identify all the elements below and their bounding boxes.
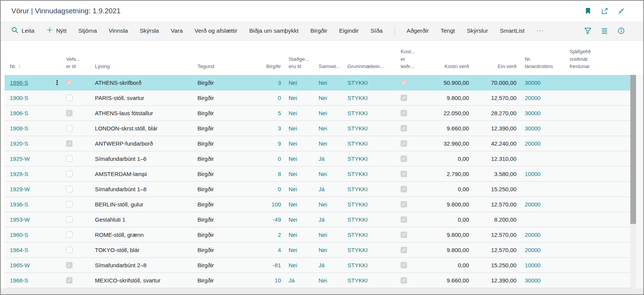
search-button[interactable]: Leita xyxy=(11,27,35,35)
cell-value[interactable]: STYKKI xyxy=(347,125,368,132)
cell-value[interactable]: 10 xyxy=(275,277,281,284)
cell-value[interactable]: -81 xyxy=(273,262,281,268)
cell-value[interactable]: 0 xyxy=(278,155,281,162)
cell-value[interactable]: Nei xyxy=(289,216,297,223)
table-row-1900-S[interactable]: 1900-SPARIS-stóll, svarturBirgðir0NeiNei… xyxy=(5,90,631,106)
cell-value[interactable]: STYKKI xyxy=(347,171,368,177)
cell-value[interactable]: 20000 xyxy=(525,201,541,208)
item-no-link[interactable]: 1906-S xyxy=(10,110,28,116)
cell-value[interactable]: Nei xyxy=(289,201,297,208)
cell-value[interactable]: STYKKI xyxy=(347,95,368,101)
item-no-link[interactable]: 1928-S xyxy=(10,171,28,177)
cell-value[interactable]: 3 xyxy=(278,125,281,132)
item-no-link[interactable]: 1965-W xyxy=(10,262,30,268)
cell-value[interactable]: STYKKI xyxy=(347,140,368,147)
cell-value[interactable]: 20000 xyxy=(525,140,541,147)
item-no-link[interactable]: 1929-W xyxy=(10,186,30,192)
item-no-link[interactable]: 1908-S xyxy=(10,125,28,132)
cell-value[interactable]: Nei xyxy=(289,79,297,86)
item-no-link[interactable]: 1920-S xyxy=(10,140,28,147)
menu-item-sk-rsla[interactable]: Skýrsla xyxy=(140,27,159,34)
menu-item-bi-ja-um-sam-ykkt[interactable]: Biðja um samþykkt xyxy=(249,27,298,34)
item-no-link[interactable]: 1925-W xyxy=(10,155,30,162)
cell-value[interactable]: 30000 xyxy=(525,110,541,116)
table-row-1960-S[interactable]: 1960-SROME-stóll, grænnBirgðir2NeiNeiSTY… xyxy=(5,227,631,243)
promoted-item-smartlist[interactable]: SmartList xyxy=(500,27,524,34)
column-header-kost[interactable]: Kost... er leiðr... xyxy=(389,48,420,75)
cell-value[interactable]: Nei xyxy=(289,171,297,177)
filter-icon[interactable] xyxy=(584,27,592,35)
cell-value[interactable]: 8 xyxy=(278,171,281,177)
table-row-1953-W[interactable]: 1953-WGestahluti 1Birgðir-49NeiJáSTYKKI0… xyxy=(5,212,631,227)
vertical-scrollbar[interactable] xyxy=(630,75,636,288)
column-header-grunnmaeliein[interactable]: Grunnmæliein... xyxy=(344,63,389,75)
column-header-birgdir[interactable]: Birgðir xyxy=(235,63,285,75)
cell-value[interactable]: STYKKI xyxy=(347,110,368,116)
item-no-link[interactable]: 1900-S xyxy=(10,95,28,101)
cell-value[interactable]: Nei xyxy=(319,171,327,177)
row-context-menu-icon[interactable]: ⋮ xyxy=(54,81,58,85)
scrollbar-thumb[interactable] xyxy=(630,75,636,224)
cell-value[interactable]: 0 xyxy=(278,95,281,101)
cell-value[interactable]: Nei xyxy=(319,95,327,101)
cell-value[interactable]: 2 xyxy=(278,232,281,238)
table-row-1906-S[interactable]: 1906-SATHENS-laus fótstallurBirgðir5NeiN… xyxy=(5,106,631,121)
column-header-snidmat[interactable]: Sjálfgefið sniðmát frestunar xyxy=(566,48,631,75)
column-header-einverd[interactable]: Ein.verð xyxy=(473,63,520,75)
collapse-icon[interactable] xyxy=(617,7,625,15)
info-icon[interactable] xyxy=(617,27,625,35)
cell-value[interactable]: Nei xyxy=(289,186,297,192)
column-header-samset[interactable]: Samset... xyxy=(315,63,344,75)
table-row-1896-S[interactable]: 1896-S⋮ATHENS-skrifborðBirgðir3NeiNeiSTY… xyxy=(5,75,631,90)
cell-value[interactable]: 3 xyxy=(278,79,281,86)
column-header-kostnverd[interactable]: Kostn.verð xyxy=(420,63,473,75)
cell-value[interactable]: Nei xyxy=(319,125,327,132)
table-row-1929-W[interactable]: 1929-WSímafundarbúnt 1–8Birgðir0NeiJáSTY… xyxy=(5,182,631,197)
item-no-link[interactable]: 1953-W xyxy=(10,216,30,223)
menu-item-vara[interactable]: Vara xyxy=(171,27,183,34)
cell-value[interactable]: STYKKI xyxy=(347,186,368,192)
column-header-tegund[interactable]: Tegund xyxy=(194,63,235,75)
column-header-stadge[interactable]: Staðge... eru til xyxy=(285,56,315,75)
cell-value[interactable]: 100 xyxy=(271,201,281,208)
table-row-1968-S[interactable]: 1968-SMEXICO-skrifstóll, svarturBirgðir1… xyxy=(5,273,631,288)
cell-value[interactable]: 30000 xyxy=(525,125,541,132)
cell-value[interactable]: Nei xyxy=(289,140,297,147)
cell-value[interactable]: Nei xyxy=(319,247,327,253)
cell-value[interactable]: -49 xyxy=(273,216,281,223)
cell-value[interactable]: STYKKI xyxy=(347,216,368,223)
table-row-1920-S[interactable]: 1920-SANTWERP-fundarborðBirgðir9NeiNeiST… xyxy=(5,136,631,151)
cell-value[interactable]: Já xyxy=(319,186,325,192)
overflow-menu-icon[interactable]: ··· xyxy=(537,27,544,34)
cell-value[interactable]: Nei xyxy=(289,95,297,101)
menu-item-birg-ir[interactable]: Birgðir xyxy=(310,27,327,34)
cell-value[interactable]: 30000 xyxy=(525,79,541,86)
item-no-link[interactable]: 1896-S xyxy=(10,79,28,86)
menu-item-vinnsla[interactable]: Vinnsla xyxy=(109,27,128,34)
cell-value[interactable]: Nei xyxy=(319,140,327,147)
cell-value[interactable]: STYKKI xyxy=(347,79,368,86)
cell-value[interactable]: STYKKI xyxy=(347,232,368,238)
table-row-1965-W[interactable]: 1965-WSímafundarbúnt 2–8Birgðir-81NeiJáS… xyxy=(5,258,631,273)
cell-value[interactable]: Nei xyxy=(319,201,327,208)
cell-value[interactable]: 5 xyxy=(278,110,281,116)
cell-value[interactable]: Já xyxy=(319,216,325,223)
promoted-item-tengt[interactable]: Tengt xyxy=(440,27,455,34)
item-no-link[interactable]: 1936-S xyxy=(10,201,28,208)
item-no-link[interactable]: 1960-S xyxy=(10,232,28,238)
cell-value[interactable]: Nei xyxy=(289,262,297,268)
cell-value[interactable]: Nei xyxy=(289,155,297,162)
table-row-1928-S[interactable]: 1928-SAMSTERDAM-lampiBirgðir8NeiNeiSTYKK… xyxy=(5,167,631,182)
cell-value[interactable]: 9 xyxy=(278,140,281,147)
cell-value[interactable]: 20000 xyxy=(525,232,541,238)
cell-value[interactable]: 10000 xyxy=(525,171,541,177)
cell-value[interactable]: Nei xyxy=(289,232,297,238)
column-header-lysing[interactable]: Lýsing xyxy=(91,63,194,75)
cell-value[interactable]: Nei xyxy=(319,277,327,284)
menu-item-stj-rna[interactable]: Stjórna xyxy=(78,27,97,34)
menu-item-s-a[interactable]: Síða xyxy=(371,27,383,34)
cell-value[interactable]: 20000 xyxy=(525,247,541,253)
new-button[interactable]: Nýtt xyxy=(46,27,67,35)
cell-value[interactable]: STYKKI xyxy=(347,201,368,208)
cell-value[interactable]: 20000 xyxy=(525,95,541,101)
